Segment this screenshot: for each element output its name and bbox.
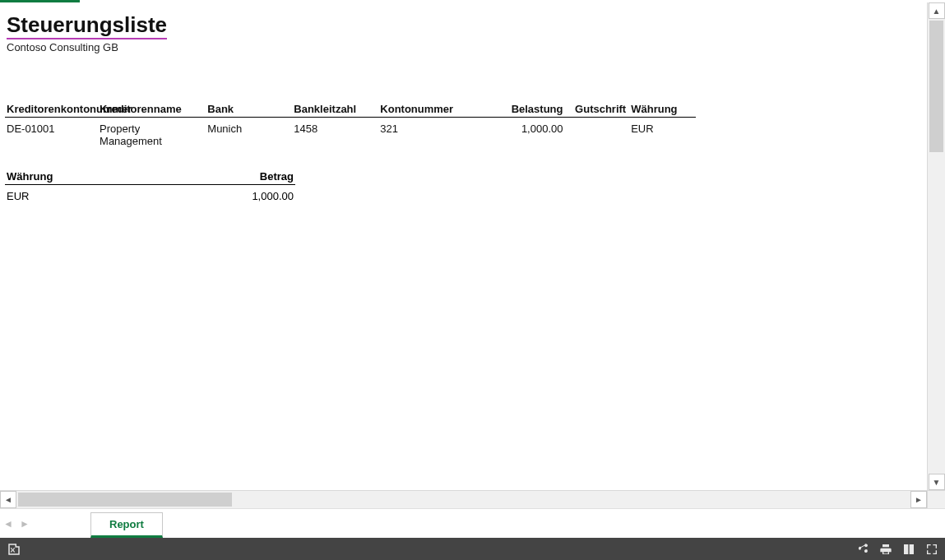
tab-nav-prev[interactable]: ◄: [0, 518, 16, 530]
cell-bank: Munich: [206, 118, 292, 151]
company-name: Contoso Consulting GB: [0, 39, 927, 53]
printer-icon[interactable]: [879, 543, 892, 556]
horizontal-scrollbar[interactable]: ◄ ►: [0, 490, 945, 508]
col-header-credit: Gutschrift: [566, 101, 629, 118]
col-header-bank: Bank: [206, 101, 292, 118]
report-title: Steuerungsliste: [7, 12, 167, 39]
share-icon[interactable]: [856, 543, 869, 556]
summary-header-amount: Betrag: [157, 169, 295, 185]
vertical-scroll-thumb[interactable]: [929, 21, 943, 152]
col-header-currency: Währung: [629, 101, 696, 118]
tab-report-label: Report: [109, 518, 144, 530]
summary-cell-currency: EUR: [5, 185, 157, 206]
cell-vendor-name: Property Management: [98, 118, 206, 151]
cell-bank-code: 1458: [292, 118, 378, 151]
sheet-tab-row: ◄ ► Report: [0, 508, 945, 538]
scroll-right-button[interactable]: ►: [910, 491, 927, 508]
vertical-scrollbar[interactable]: ▲ ▼: [927, 2, 945, 490]
summary-cell-amount: 1,000.00: [157, 185, 295, 206]
col-header-account-no: Kontonummer: [378, 101, 479, 118]
horizontal-scroll-track[interactable]: [16, 491, 910, 508]
cell-vendor-no: DE-01001: [5, 118, 98, 151]
col-header-debit: Belastung: [479, 101, 566, 118]
excel-icon[interactable]: [7, 542, 21, 557]
table-row: DE-01001 Property Management Munich 1458…: [5, 118, 696, 151]
summary-row: EUR 1,000.00: [5, 185, 295, 206]
scroll-left-button[interactable]: ◄: [0, 491, 16, 508]
horizontal-scroll-thumb[interactable]: [18, 493, 232, 507]
cell-currency: EUR: [629, 118, 696, 151]
col-header-vendor-name: Kreditorenname: [98, 101, 206, 118]
main-table: Kreditorenkontonummer Kreditorenname Ban…: [5, 101, 696, 150]
scroll-corner: [927, 491, 945, 508]
cell-credit: [566, 118, 629, 151]
summary-header-row: Währung Betrag: [5, 169, 295, 185]
col-header-bank-code: Bankleitzahl: [292, 101, 378, 118]
cell-debit: 1,000.00: [479, 118, 566, 151]
page-layout-icon[interactable]: [902, 543, 915, 556]
col-header-vendor-no: Kreditorenkontonummer: [5, 101, 98, 118]
title-wrap: Steuerungsliste: [0, 2, 927, 39]
fullscreen-icon[interactable]: [925, 543, 938, 556]
report-viewport: Steuerungsliste Contoso Consulting GB Kr…: [0, 2, 927, 490]
cell-account-no: 321: [378, 118, 479, 151]
scroll-down-button[interactable]: ▼: [929, 474, 945, 490]
summary-header-currency: Währung: [5, 169, 157, 185]
tab-report[interactable]: Report: [90, 512, 163, 538]
summary-table: Währung Betrag EUR 1,000.00: [5, 169, 295, 206]
main-table-header-row: Kreditorenkontonummer Kreditorenname Ban…: [5, 101, 696, 118]
tab-nav-next[interactable]: ►: [16, 518, 33, 530]
status-bar: [0, 538, 945, 560]
scroll-up-button[interactable]: ▲: [929, 2, 945, 19]
